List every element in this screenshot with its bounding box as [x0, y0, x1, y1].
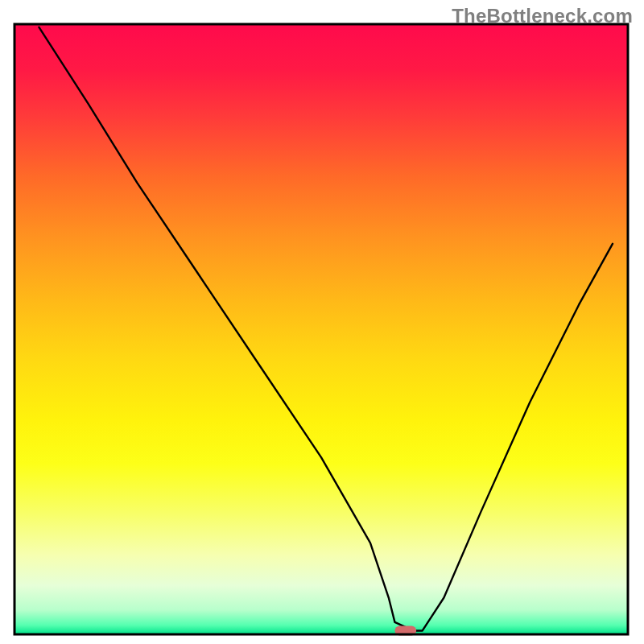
chart-container: TheBottleneck.com	[0, 0, 644, 644]
bottleneck-chart	[0, 0, 644, 644]
watermark-text: TheBottleneck.com	[452, 5, 633, 27]
chart-background-gradient	[14, 24, 628, 634]
